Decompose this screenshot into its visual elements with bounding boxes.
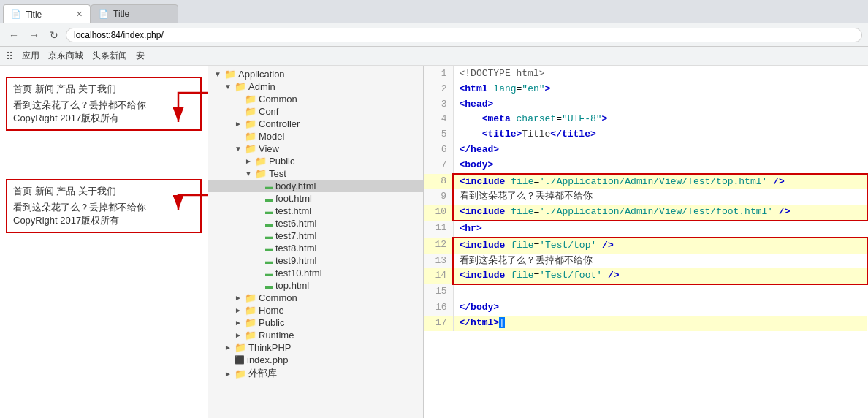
preview-copyright-1: CopyRight 2017版权所有 bbox=[13, 112, 194, 125]
tree-item-runtime[interactable]: ► 📁 Runtime bbox=[208, 329, 423, 341]
line-num-10: 10 bbox=[424, 205, 453, 221]
tab-bar: 📄 Title ✕ 📄 Title bbox=[0, 0, 868, 23]
tree-item-public[interactable]: ► 📁 Public bbox=[208, 155, 423, 167]
tree-item-foot-html[interactable]: ▬ foot.html bbox=[208, 192, 423, 205]
toggle-admin: ▼ bbox=[224, 83, 235, 91]
folder-icon-test: 📁 bbox=[255, 168, 267, 179]
folder-icon-public: 📁 bbox=[255, 156, 267, 167]
tree-item-test8[interactable]: ▬ test8.html bbox=[208, 242, 423, 254]
tree-item-model[interactable]: 📁 Model bbox=[208, 130, 423, 142]
tab-active[interactable]: 📄 Title ✕ bbox=[3, 4, 91, 23]
tab-title-inactive: Title bbox=[113, 9, 129, 19]
label-view: View bbox=[259, 143, 279, 154]
code-row-8: 8 <include file='./Application/Admin/Vie… bbox=[424, 174, 867, 190]
tree-item-top-html[interactable]: ▬ top.html bbox=[208, 279, 423, 292]
line-num-15: 15 bbox=[424, 284, 453, 300]
code-editor[interactable]: 1 <!DOCTYPE html> 2 <html lang="en"> 3 <… bbox=[424, 66, 868, 418]
label-foot-html: foot.html bbox=[275, 193, 312, 204]
tree-item-indexphp[interactable]: ⬛ index.php bbox=[208, 354, 423, 366]
folder-icon-conf: 📁 bbox=[245, 106, 256, 117]
reload-button[interactable]: ↻ bbox=[47, 28, 61, 42]
code-row-5: 5 <title>Title</title> bbox=[424, 127, 867, 142]
tree-item-test-html[interactable]: ▬ test.html bbox=[208, 205, 423, 217]
code-row-13: 13 看到这朵花了么？丢掉都不给你 bbox=[424, 254, 867, 269]
tree-item-common[interactable]: 📁 Common bbox=[208, 93, 423, 105]
code-row-2: 2 <html lang="en"> bbox=[424, 82, 867, 97]
tree-item-test7[interactable]: ▬ test7.html bbox=[208, 229, 423, 242]
tree-item-body-html[interactable]: ▬ body.html bbox=[208, 180, 423, 192]
tree-item-public2[interactable]: ► 📁 Public bbox=[208, 316, 423, 329]
code-line-11: <hr> bbox=[453, 221, 867, 238]
tree-item-thinkphp[interactable]: ► 📁 ThinkPHP bbox=[208, 341, 423, 354]
tree-item-view[interactable]: ▼ 📁 View bbox=[208, 142, 423, 155]
code-row-17: 17 </html>| bbox=[424, 316, 867, 331]
code-line-1: <!DOCTYPE html> bbox=[453, 66, 867, 82]
address-input[interactable] bbox=[66, 28, 862, 42]
tree-item-admin[interactable]: ▼ 📁 Admin bbox=[208, 80, 423, 93]
label-top-html: top.html bbox=[275, 280, 309, 291]
toggle-testhtml bbox=[255, 207, 265, 215]
code-row-4: 4 <meta charset="UTF-8"> bbox=[424, 112, 867, 127]
label-conf: Conf bbox=[259, 106, 278, 117]
bookmark-jd[interactable]: 京东商城 bbox=[48, 50, 83, 62]
line-num-6: 6 bbox=[424, 142, 453, 158]
line-num-12: 12 bbox=[424, 238, 453, 254]
forward-button[interactable]: → bbox=[26, 28, 42, 42]
line-num-4: 4 bbox=[424, 112, 453, 127]
bookmark-an[interactable]: 安 bbox=[136, 50, 145, 62]
file-icon-test9: ▬ bbox=[265, 256, 273, 265]
bookmark-apps[interactable]: 应用 bbox=[22, 50, 39, 62]
folder-icon-model: 📁 bbox=[245, 131, 256, 142]
label-admin: Admin bbox=[248, 81, 275, 92]
main-content: 首页 新闻 产品 关于我们 看到这朵花了么？丢掉都不给你 CopyRight 2… bbox=[0, 66, 868, 418]
line-num-3: 3 bbox=[424, 97, 453, 113]
label-test6: test6.html bbox=[275, 218, 316, 229]
toggle-public2: ► bbox=[235, 319, 245, 327]
label-application: Application bbox=[238, 69, 285, 80]
toggle-foot bbox=[255, 194, 265, 202]
code-row-1: 1 <!DOCTYPE html> bbox=[424, 66, 867, 82]
code-row-16: 16 </body> bbox=[424, 300, 867, 316]
line-num-13: 13 bbox=[424, 254, 453, 269]
toggle-test8 bbox=[255, 244, 265, 252]
label-runtime: Runtime bbox=[259, 330, 294, 341]
line-num-16: 16 bbox=[424, 300, 453, 316]
file-icon-test8: ▬ bbox=[265, 244, 273, 253]
code-line-16: </body> bbox=[453, 300, 867, 316]
tree-item-test9[interactable]: ▬ test9.html bbox=[208, 254, 423, 267]
tab-close-button[interactable]: ✕ bbox=[70, 10, 83, 19]
label-body-html: body.html bbox=[275, 180, 316, 191]
tree-item-test10[interactable]: ▬ test10.html bbox=[208, 267, 423, 279]
line-num-7: 7 bbox=[424, 158, 453, 174]
tree-item-test[interactable]: ▼ 📁 Test bbox=[208, 167, 423, 180]
line-num-5: 5 bbox=[424, 127, 453, 142]
toggle-test7 bbox=[255, 232, 265, 240]
line-num-1: 1 bbox=[424, 66, 453, 82]
file-icon-body: ▬ bbox=[265, 182, 273, 191]
toggle-runtime: ► bbox=[235, 331, 245, 339]
code-row-14: 14 <include file='Test/foot' /> bbox=[424, 268, 867, 284]
file-icon-test10: ▬ bbox=[265, 269, 273, 278]
tree-item-home[interactable]: ► 📁 Home bbox=[208, 304, 423, 316]
line-num-17: 17 bbox=[424, 316, 453, 331]
bookmark-toutiao[interactable]: 头条新闻 bbox=[92, 50, 127, 62]
code-line-10: <include file='./Application/Admin/View/… bbox=[453, 205, 867, 221]
toggle-model bbox=[235, 132, 245, 140]
file-icon-test7: ▬ bbox=[265, 232, 273, 240]
tree-item-test6[interactable]: ▬ test6.html bbox=[208, 217, 423, 229]
code-table: 1 <!DOCTYPE html> 2 <html lang="en"> 3 <… bbox=[424, 66, 868, 331]
tree-item-external[interactable]: ► 📁 外部库 bbox=[208, 366, 423, 381]
toggle-public: ► bbox=[245, 157, 255, 165]
toggle-external: ► bbox=[224, 370, 235, 378]
tree-item-common2[interactable]: ► 📁 Common bbox=[208, 292, 423, 304]
tree-item-application[interactable]: ▼ 📁 Application bbox=[208, 68, 423, 80]
tree-item-conf[interactable]: 📁 Conf bbox=[208, 105, 423, 118]
tree-item-controller[interactable]: ► 📁 Controller bbox=[208, 118, 423, 130]
tab-inactive[interactable]: 📄 Title bbox=[91, 4, 178, 23]
toggle-body bbox=[255, 182, 265, 190]
toggle-indexphp bbox=[224, 356, 235, 364]
folder-icon-home: 📁 bbox=[245, 305, 256, 316]
code-line-14: <include file='Test/foot' /> bbox=[453, 268, 867, 284]
back-button[interactable]: ← bbox=[6, 28, 22, 42]
line-num-9: 9 bbox=[424, 189, 453, 205]
